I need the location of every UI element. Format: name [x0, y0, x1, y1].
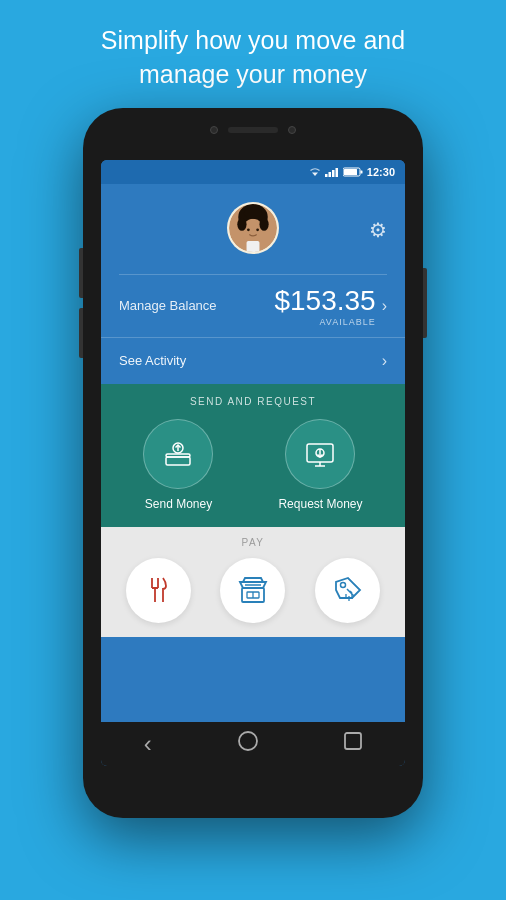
- status-bar: 12:30: [101, 160, 405, 184]
- restaurant-pay-button[interactable]: [126, 558, 191, 623]
- balance-arrow-icon: ›: [382, 297, 387, 315]
- send-request-section: SEND AND REQUEST: [101, 384, 405, 527]
- recent-apps-button[interactable]: [344, 732, 362, 755]
- request-money-button[interactable]: Request Money: [278, 419, 362, 511]
- svg-point-40: [239, 732, 257, 750]
- navigation-bar: ‹: [101, 722, 405, 766]
- svg-rect-41: [345, 733, 361, 749]
- activity-arrow-icon: ›: [382, 352, 387, 370]
- store-icon: [237, 574, 269, 606]
- settings-button[interactable]: ⚙: [369, 218, 387, 242]
- pay-section: PAY: [101, 527, 405, 637]
- avatar[interactable]: [227, 202, 279, 254]
- sensor: [288, 126, 296, 134]
- request-money-circle: [285, 419, 355, 489]
- svg-marker-0: [312, 172, 318, 176]
- svg-point-13: [256, 228, 259, 231]
- action-buttons-row: Send Money: [111, 419, 395, 511]
- svg-point-12: [247, 228, 250, 231]
- phone-screen: 12:30: [101, 160, 405, 766]
- ticket-pay-button[interactable]: [315, 558, 380, 623]
- power-button: [423, 268, 427, 338]
- header-row: ⚙: [119, 194, 387, 266]
- volume-up-button: [79, 248, 83, 298]
- title-line2: manage your money: [139, 60, 367, 88]
- balance-info: $153.35 AVAILABLE: [274, 285, 375, 327]
- send-money-circle: [143, 419, 213, 489]
- balance-right: $153.35 AVAILABLE ›: [274, 285, 387, 327]
- home-icon: [237, 730, 259, 752]
- send-money-icon: [160, 436, 196, 472]
- page-title: Simplify how you move and manage your mo…: [61, 0, 445, 108]
- see-activity-row[interactable]: See Activity ›: [101, 337, 405, 384]
- wifi-icon: [309, 167, 321, 177]
- send-request-title: SEND AND REQUEST: [111, 396, 395, 407]
- balance-section: Manage Balance $153.35 AVAILABLE ›: [101, 266, 405, 331]
- recent-apps-icon: [344, 732, 362, 750]
- balance-amount: $153.35: [274, 285, 375, 317]
- see-activity-label: See Activity: [119, 353, 186, 368]
- phone-top-bar: [210, 126, 296, 134]
- title-line1: Simplify how you move and: [101, 26, 405, 54]
- battery-icon: [343, 167, 363, 177]
- svg-point-15: [259, 217, 268, 230]
- restaurant-icon: [142, 574, 174, 606]
- svg-rect-18: [166, 457, 190, 465]
- back-button[interactable]: ‹: [144, 730, 152, 758]
- speaker-grill: [228, 127, 278, 133]
- ticket-icon: [332, 574, 364, 606]
- phone-device: 12:30: [83, 108, 423, 818]
- svg-point-16: [244, 207, 262, 218]
- svg-rect-11: [247, 240, 260, 251]
- svg-rect-6: [360, 170, 362, 173]
- svg-point-34: [340, 583, 345, 588]
- pay-buttons-row: [111, 558, 395, 623]
- svg-rect-4: [335, 168, 338, 177]
- status-icons: 12:30: [309, 166, 395, 178]
- request-money-label: Request Money: [278, 497, 362, 511]
- signal-icon: [325, 167, 339, 177]
- pay-title: PAY: [111, 537, 395, 548]
- manage-balance-label: Manage Balance: [119, 298, 217, 313]
- request-money-icon: [302, 436, 338, 472]
- svg-rect-7: [344, 169, 357, 175]
- avatar-image: [229, 202, 277, 254]
- status-time: 12:30: [367, 166, 395, 178]
- phone-shell: 12:30: [83, 108, 423, 818]
- top-section: ⚙: [101, 184, 405, 266]
- svg-rect-3: [332, 170, 335, 177]
- volume-down-button: [79, 308, 83, 358]
- balance-row[interactable]: Manage Balance $153.35 AVAILABLE ›: [119, 274, 387, 331]
- svg-point-14: [237, 217, 246, 230]
- send-money-button[interactable]: Send Money: [143, 419, 213, 511]
- svg-rect-1: [325, 174, 328, 177]
- store-pay-button[interactable]: [220, 558, 285, 623]
- svg-rect-2: [328, 172, 331, 177]
- available-label: AVAILABLE: [274, 317, 375, 327]
- home-button[interactable]: [237, 730, 259, 757]
- front-camera: [210, 126, 218, 134]
- send-money-label: Send Money: [145, 497, 212, 511]
